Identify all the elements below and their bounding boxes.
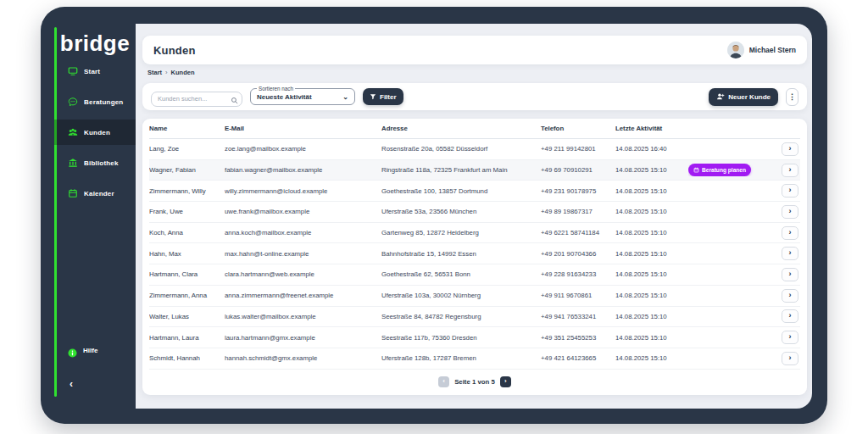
sidebar-item-kunden[interactable]: Kunden (54, 120, 136, 145)
cell-letzte-aktivitaet: 14.08.2025 15:10 (615, 166, 688, 174)
sidebar-item-hilfe[interactable]: Hilfe (54, 337, 136, 363)
open-customer-button[interactable]: › (782, 184, 798, 198)
cell-adresse: Uferstraße 103a, 30002 Nürnberg (381, 292, 541, 299)
open-customer-button[interactable]: › (782, 247, 798, 260)
sidebar-item-label: Bibliothek (84, 159, 119, 167)
table-row[interactable]: Zimmermann, Anna anna.zimmermann@freenet… (149, 286, 800, 307)
cell-name: Frank, Uwe (149, 208, 225, 215)
search-input[interactable] (151, 92, 242, 107)
sidebar-nav: Start Beratungen Kunden Bibliothek (54, 58, 136, 206)
open-customer-button[interactable]: › (782, 309, 798, 323)
cell-telefon: +49 228 91634233 (541, 270, 615, 278)
info-icon (68, 346, 77, 355)
open-customer-button[interactable]: › (782, 331, 798, 344)
cell-telefon: +49 6221 58741184 (541, 229, 615, 236)
filter-button[interactable]: Filter (363, 88, 403, 105)
help-label: Hilfe (83, 347, 97, 354)
cell-letzte-aktivitaet: 14.08.2025 15:10 (615, 250, 688, 258)
cell-adresse: Uferstraße 128b, 17287 Bremen (381, 354, 541, 362)
library-icon (68, 158, 78, 168)
more-options-button[interactable]: ⋮ (786, 88, 798, 106)
table-row[interactable]: Lang, Zoe zoe.lang@mailbox.example Rosen… (149, 139, 800, 160)
chevron-left-icon: ‹ (70, 378, 73, 390)
chevron-down-icon: ⌄ (342, 93, 348, 101)
table-row[interactable]: Hartmann, Laura laura.hartmann@gmx.examp… (149, 327, 800, 348)
sidebar-item-beratungen[interactable]: Beratungen (54, 89, 136, 114)
search-field (151, 89, 242, 104)
chevron-right-icon: › (789, 145, 792, 153)
chevron-right-icon: › (789, 292, 792, 299)
new-customer-button[interactable]: Neuer Kunde (709, 88, 778, 106)
cell-letzte-aktivitaet: 14.08.2025 15:10 (615, 292, 688, 299)
open-customer-button[interactable]: › (782, 164, 798, 177)
cell-telefon: +49 941 76533241 (541, 313, 615, 320)
previous-page-button[interactable]: ‹ (438, 376, 449, 387)
cell-letzte-aktivitaet: 14.08.2025 15:10 (615, 229, 688, 236)
chevron-right-icon: › (504, 378, 507, 385)
column-header-name: Name (149, 125, 225, 132)
avatar (727, 42, 744, 58)
open-customer-button[interactable]: › (782, 268, 798, 281)
main-content: Kunden Michael Stern Start › Kunden (136, 24, 812, 409)
chevron-right-icon: › (789, 208, 792, 215)
pagination: ‹ Seite 1 von 5 › (142, 376, 807, 387)
cell-email: hannah.schmidt@gmx.example (225, 354, 381, 362)
user-plus-icon (716, 92, 725, 101)
table-body: Lang, Zoe zoe.lang@mailbox.example Rosen… (149, 139, 800, 370)
table-row[interactable]: Zimmermann, Willy willy.zimmermann@iclou… (149, 181, 800, 202)
next-page-button[interactable]: › (500, 376, 511, 387)
chevron-right-icon: › (789, 270, 792, 278)
table-row[interactable]: Hartmann, Clara clara.hartmann@web.examp… (149, 264, 800, 286)
chevron-right-icon: › (789, 249, 792, 257)
chevron-right-icon: › (789, 166, 792, 174)
cell-telefon: +49 89 19867317 (541, 208, 615, 215)
table-row[interactable]: Schmidt, Hannah hannah.schmidt@gmx.examp… (149, 348, 800, 370)
table-row[interactable]: Koch, Anna anna.koch@mailbox.example Gar… (149, 223, 800, 244)
cell-telefon: +49 421 64123665 (541, 354, 615, 362)
cell-adresse: Goethestraße 100, 13857 Dortmund (381, 187, 541, 195)
open-customer-button[interactable]: › (782, 205, 798, 219)
table-row[interactable]: Walter, Lukas lukas.walter@mailbox.examp… (149, 307, 800, 328)
schedule-consultation-badge[interactable]: Beratung planen (688, 164, 751, 176)
sidebar-collapse-button[interactable]: ‹ (70, 378, 73, 390)
cell-adresse: Goethestraße 62, 56531 Bonn (381, 270, 541, 278)
cell-letzte-aktivitaet: 14.08.2025 15:10 (615, 354, 688, 362)
open-customer-button[interactable]: › (782, 226, 798, 240)
page-title: Kunden (142, 44, 196, 57)
cell-telefon: +49 351 25455253 (541, 334, 615, 342)
cell-telefon: +49 911 9670861 (541, 292, 615, 299)
cell-name: Koch, Anna (149, 229, 225, 236)
cell-letzte-aktivitaet: 14.08.2025 15:10 (615, 208, 688, 215)
sidebar-item-label: Kunden (84, 129, 110, 136)
chevron-right-icon: › (789, 354, 792, 362)
table-row[interactable]: Wagner, Fabian fabian.wagner@mailbox.exa… (149, 160, 800, 181)
breadcrumb-home[interactable]: Start (147, 69, 162, 76)
table-row[interactable]: Hahn, Max max.hahn@t-online.example Bahn… (149, 243, 800, 264)
cell-adresse: Bahnhofstraße 15, 14992 Essen (381, 250, 541, 258)
cell-email: uwe.frank@mailbox.example (225, 208, 381, 215)
cell-name: Zimmermann, Willy (149, 187, 225, 195)
cell-email: anna.zimmermann@freenet.example (225, 292, 381, 299)
open-customer-button[interactable]: › (782, 352, 798, 365)
cell-letzte-aktivitaet: 14.08.2025 15:10 (615, 187, 688, 195)
cell-name: Walter, Lukas (149, 313, 225, 320)
cell-name: Hahn, Max (149, 250, 225, 258)
cell-telefon: +49 211 99142801 (541, 145, 615, 153)
app-window: bridge Start Beratungen Kunden (41, 7, 827, 424)
sidebar-item-kalender[interactable]: Kalender (54, 181, 136, 206)
cell-adresse: Seestraße 117b, 75360 Dresden (381, 334, 541, 342)
sort-select[interactable]: Sortieren nach Neueste Aktivität ⌄ (250, 88, 355, 105)
chevron-right-icon: › (789, 229, 792, 236)
sidebar-item-bibliothek[interactable]: Bibliothek (54, 150, 136, 175)
user-menu[interactable]: Michael Stern (727, 42, 807, 58)
cell-name: Hartmann, Clara (149, 270, 225, 278)
sidebar-item-start[interactable]: Start (54, 58, 136, 84)
cell-telefon: +49 231 90178975 (541, 187, 615, 195)
cell-name: Zimmermann, Anna (149, 292, 225, 299)
table-row[interactable]: Frank, Uwe uwe.frank@mailbox.example Ufe… (149, 202, 800, 223)
open-customer-button[interactable]: › (782, 289, 798, 303)
cell-adresse: Gartenweg 85, 12872 Heidelberg (381, 229, 541, 236)
column-header-telefon: Telefon (541, 125, 615, 132)
open-customer-button[interactable]: › (782, 142, 798, 156)
chevron-right-icon: › (789, 312, 792, 320)
